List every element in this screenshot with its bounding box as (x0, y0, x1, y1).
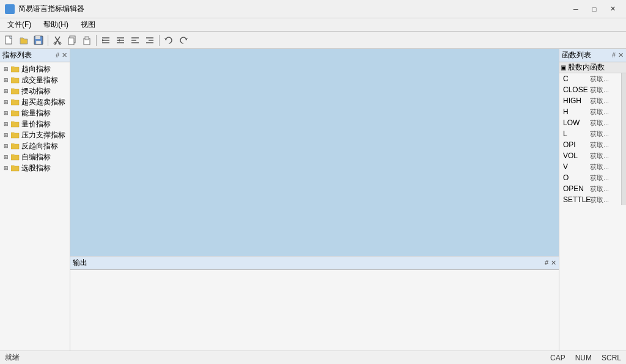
tree-item-3[interactable]: ⊞ 超买超卖指标 (0, 96, 70, 107)
folder-icon-8 (11, 153, 20, 161)
right-panel: 函数列表 # ✕ ▣ 股数内函数 C 获取... CLOSE 获取 (559, 49, 626, 351)
func-name-6: OPI (563, 140, 590, 149)
expand-icon-4: ⊞ (2, 109, 10, 117)
new-button[interactable] (2, 34, 16, 47)
tree-label-2: 摆动指标 (21, 86, 51, 96)
open-button[interactable] (17, 34, 31, 47)
align-right-button[interactable] (143, 34, 156, 47)
folder-icon-5 (11, 120, 20, 128)
func-row-11[interactable]: SETTLE 获取... (559, 194, 621, 205)
tree-item-0[interactable]: ⊞ 趋向指标 (0, 64, 70, 75)
func-desc-10: 获取... (590, 184, 609, 194)
minimize-button[interactable]: ─ (567, 3, 584, 15)
status-text: 就绪 (5, 352, 20, 363)
func-desc-0: 获取... (590, 75, 609, 84)
folder-icon-7 (11, 142, 20, 150)
expand-icon-2: ⊞ (2, 87, 10, 95)
func-name-11: SETTLE (563, 195, 590, 204)
separator-2 (96, 35, 97, 46)
svg-rect-2 (35, 36, 40, 39)
menu-file[interactable]: 文件(F) (2, 18, 36, 31)
separator-3 (159, 35, 160, 46)
func-row-1[interactable]: CLOSE 获取... (559, 84, 621, 95)
tree-item-5[interactable]: ⊞ 量价指标 (0, 118, 70, 129)
svg-rect-9 (68, 38, 74, 45)
menu-help[interactable]: 帮助(H) (39, 18, 73, 31)
func-row-3[interactable]: H 获取... (559, 106, 621, 117)
pin-icon[interactable]: # (56, 51, 59, 59)
status-bar: 就绪 CAP NUM SCRL (0, 351, 626, 364)
copy-button[interactable] (65, 34, 79, 47)
align-left-button[interactable] (128, 34, 142, 47)
tree-item-9[interactable]: ⊞ 选股指标 (0, 162, 70, 173)
func-row-10[interactable]: OPEN 获取... (559, 183, 621, 194)
output-pin-icon[interactable]: # (545, 259, 548, 267)
func-desc-5: 获取... (590, 129, 609, 139)
output-panel-header: 输出 # ✕ (70, 257, 559, 270)
redo-button[interactable] (177, 34, 190, 47)
func-panel-icons: # ✕ (612, 51, 624, 59)
maximize-button[interactable]: □ (586, 3, 603, 15)
close-panel-icon[interactable]: ✕ (62, 51, 67, 59)
cut-button[interactable] (51, 34, 64, 47)
folder-icon-1 (11, 76, 20, 84)
func-name-8: V (563, 162, 590, 171)
func-row-8[interactable]: V 获取... (559, 161, 621, 172)
editor-area[interactable] (70, 49, 559, 256)
indicator-tree[interactable]: ⊞ 趋向指标 ⊞ 成交量指标 ⊞ 摆动指标 ⊞ (0, 62, 70, 351)
func-scrollbar[interactable] (621, 73, 626, 205)
close-button[interactable]: ✕ (604, 3, 621, 15)
toolbar (0, 32, 626, 49)
paste-button[interactable] (80, 34, 94, 47)
output-content[interactable] (70, 270, 559, 351)
func-panel-title: 函数列表 (562, 50, 591, 60)
menu-view[interactable]: 视图 (76, 18, 100, 31)
func-close-icon[interactable]: ✕ (618, 51, 624, 59)
func-desc-7: 获取... (590, 151, 609, 161)
output-close-icon[interactable]: ✕ (551, 259, 556, 267)
func-desc-4: 获取... (590, 118, 609, 128)
func-panel-header: 函数列表 # ✕ (559, 49, 626, 62)
func-row-4[interactable]: LOW 获取... (559, 117, 621, 128)
func-name-7: VOL (563, 151, 590, 160)
folder-icon-3 (11, 98, 20, 106)
center-area: 输出 # ✕ (70, 49, 559, 351)
folder-icon-2 (11, 87, 20, 95)
undo-button[interactable] (162, 34, 175, 47)
func-desc-1: 获取... (590, 86, 609, 95)
func-row-0[interactable]: C 获取... (559, 73, 621, 84)
indent-right-button[interactable] (99, 34, 112, 47)
tree-item-2[interactable]: ⊞ 摆动指标 (0, 86, 70, 96)
output-panel-title: 输出 (73, 258, 87, 268)
save-button[interactable] (32, 34, 45, 47)
tree-label-3: 超买超卖指标 (21, 97, 65, 107)
indent-left-button[interactable] (114, 34, 127, 47)
func-list-container: C 获取... CLOSE 获取... HIGH 获取... H 获取... (559, 73, 626, 205)
func-pin-icon[interactable]: # (612, 51, 616, 59)
tree-item-6[interactable]: ⊞ 压力支撑指标 (0, 129, 70, 140)
expand-icon-5: ⊞ (2, 120, 10, 128)
tree-item-8[interactable]: ⊞ 自编指标 (0, 151, 70, 162)
expand-icon-0: ⊞ (2, 65, 10, 73)
func-name-4: LOW (563, 118, 590, 127)
expand-icon-6: ⊞ (2, 131, 10, 139)
func-row-5[interactable]: L 获取... (559, 128, 621, 139)
func-row-6[interactable]: OPI 获取... (559, 139, 621, 150)
tree-item-7[interactable]: ⊞ 反趋向指标 (0, 140, 70, 151)
func-row-7[interactable]: VOL 获取... (559, 150, 621, 161)
tree-item-4[interactable]: ⊞ 能量指标 (0, 107, 70, 118)
func-name-3: H (563, 107, 590, 116)
menu-bar: 文件(F) 帮助(H) 视图 (0, 18, 626, 32)
tree-item-1[interactable]: ⊞ 成交量指标 (0, 75, 70, 86)
indicator-panel-header: 指标列表 # ✕ (0, 49, 70, 62)
func-desc-3: 获取... (590, 107, 609, 117)
tree-label-9: 选股指标 (21, 163, 51, 173)
window-controls: ─ □ ✕ (567, 3, 621, 15)
func-group-header[interactable]: ▣ 股数内函数 (559, 62, 626, 73)
tree-label-4: 能量指标 (21, 108, 51, 118)
func-row-2[interactable]: HIGH 获取... (559, 95, 621, 106)
tree-label-8: 自编指标 (21, 152, 51, 162)
func-row-9[interactable]: O 获取... (559, 172, 621, 183)
expand-icon-9: ⊞ (2, 164, 10, 172)
func-tree-area[interactable]: ▣ 股数内函数 C 获取... CLOSE 获取... HIGH 获取... (559, 62, 626, 351)
